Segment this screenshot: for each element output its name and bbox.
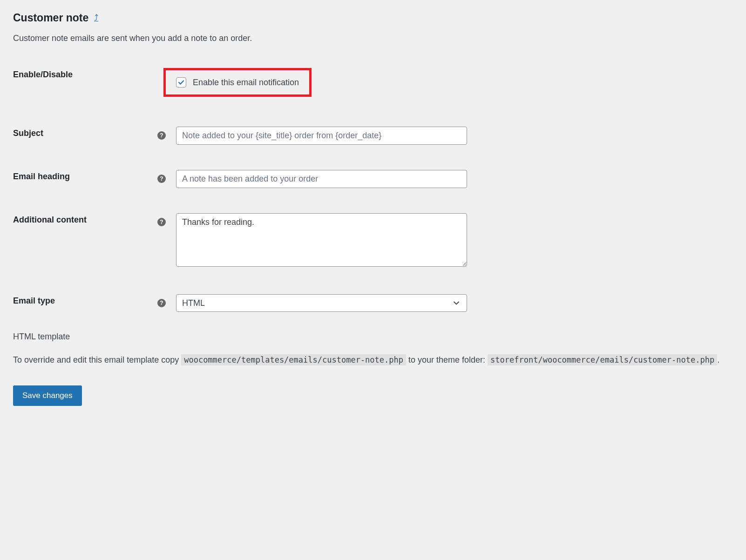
subject-label: Subject bbox=[13, 123, 157, 148]
email-type-label: Email type bbox=[13, 290, 157, 316]
email-heading-input[interactable] bbox=[176, 170, 467, 188]
back-icon: ⤴ bbox=[94, 13, 98, 22]
email-type-select-wrapper: HTML bbox=[176, 294, 467, 312]
help-icon[interactable]: ? bbox=[157, 299, 166, 307]
enable-checkbox-label[interactable]: Enable this email notification bbox=[193, 78, 299, 88]
subject-input[interactable] bbox=[176, 127, 467, 145]
template-dest-path: storefront/woocommerce/emails/customer-n… bbox=[488, 354, 717, 365]
enable-highlight-box: Enable this email notification bbox=[163, 68, 312, 97]
help-icon[interactable]: ? bbox=[157, 175, 166, 183]
email-heading-label: Email heading bbox=[13, 166, 157, 192]
help-icon[interactable]: ? bbox=[157, 218, 166, 226]
checkmark-icon bbox=[177, 79, 185, 86]
page-title: Customer note ⤴ bbox=[13, 12, 733, 24]
template-override-text: To override and edit this email template… bbox=[13, 353, 733, 367]
additional-content-textarea[interactable] bbox=[176, 213, 467, 267]
template-source-path: woocommerce/templates/emails/customer-no… bbox=[181, 354, 406, 365]
email-type-select[interactable]: HTML bbox=[176, 294, 467, 312]
settings-form-table: Enable/Disable Enable this email notific… bbox=[13, 64, 733, 316]
save-button[interactable]: Save changes bbox=[13, 385, 82, 406]
additional-content-label: Additional content bbox=[13, 209, 157, 273]
help-icon[interactable]: ? bbox=[157, 131, 166, 140]
enable-checkbox[interactable] bbox=[176, 77, 186, 88]
page-description: Customer note emails are sent when you a… bbox=[13, 34, 733, 43]
html-template-heading: HTML template bbox=[13, 332, 733, 342]
page-title-text: Customer note bbox=[13, 12, 88, 24]
enable-label: Enable/Disable bbox=[13, 64, 157, 105]
back-link[interactable]: ⤴ bbox=[94, 13, 98, 23]
